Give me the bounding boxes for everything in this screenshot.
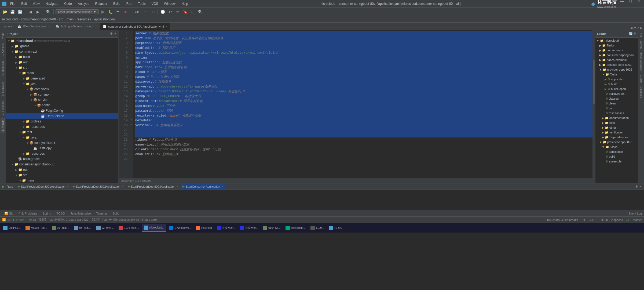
taskbar-01[interactable]: 01_脚本... [50, 224, 71, 232]
tab-ideptservice[interactable]: ☕ IDeptService.java ✕ [15, 23, 53, 30]
gradle-common-api[interactable]: ▶ 📁 common-api [595, 48, 638, 53]
gradle-build-task[interactable]: ▶ ⚙ build [595, 82, 638, 86]
v-sidebar-project[interactable]: 1: Project [1, 118, 5, 133]
menu-build[interactable]: Build [111, 1, 123, 6]
gradle-tasks-root[interactable]: ▶ 📁 Tasks [595, 43, 638, 48]
menu-analyze[interactable]: Analyze [76, 1, 92, 6]
taskbar-03[interactable]: 03_脚本... [72, 224, 94, 232]
run-panel-settings[interactable]: ⚙ [635, 185, 638, 189]
run-button[interactable]: ▶ [100, 9, 106, 15]
tab-applicationyml-close[interactable]: ✕ [165, 25, 167, 28]
gradle-verification[interactable]: ▶ 📁 verification [595, 130, 638, 135]
toolbar-layout-btn[interactable]: ⊞ [190, 9, 196, 15]
toolbar-open-btn[interactable]: 📂 [2, 9, 8, 15]
gradle-jar[interactable]: ⚙ jar [595, 106, 638, 111]
code-editor[interactable]: 123 456 789 101112 131415 161718 192021 … [119, 30, 595, 183]
r-icon-ant[interactable]: Ant [639, 31, 643, 38]
taskbar-0104[interactable]: 0104_脚本... [116, 224, 141, 232]
menu-view[interactable]: View [31, 1, 42, 6]
tree-src-1[interactable]: ▼ 📁 src [6, 65, 118, 70]
taskbar-techsmith[interactable]: TechSmith... [283, 224, 308, 232]
r-icon-gradle[interactable]: Gradle [639, 73, 643, 84]
footer-tab-build[interactable]: Build [111, 211, 121, 216]
gradle-refresh-btn[interactable]: 🔄 [629, 32, 633, 35]
gradle-provider-8002[interactable]: ▼ 📁 provider-dept-8002 [595, 67, 638, 72]
footer-tab-java-enterprise[interactable]: Java Enterprise [68, 211, 93, 216]
toolbar-forward-btn[interactable]: ▶ [35, 9, 41, 15]
taskbar-0104sp[interactable]: 0104 Sp... [261, 224, 283, 232]
gradle-nacos-example[interactable]: ▶ 📁 nacos-example [595, 57, 638, 62]
gradle-buildneede[interactable]: ⚙ buildNeede... [595, 91, 638, 96]
tree-java-1[interactable]: ▼ 📁 java [6, 81, 118, 86]
r-icon-bean[interactable]: Bean Validation [639, 51, 643, 73]
taskbar-xinxi[interactable]: 张 xin... [327, 224, 346, 232]
run-tab-8002[interactable]: ▶ StartProviderDept8002Application ✕ [71, 184, 126, 189]
tree-resources-test[interactable]: ▶ 📁 resources [6, 151, 118, 156]
run-tab-8001[interactable]: ▶ StartProviderDept8001Application ✕ [16, 184, 71, 189]
maximize-button[interactable]: □ [628, 0, 633, 8]
status-encoding[interactable]: UTF-8 [599, 218, 608, 222]
menu-edit[interactable]: Edit [19, 1, 29, 6]
tab-onjava[interactable]: on.java [0, 23, 15, 30]
tree-src-2[interactable]: ▼ 📁 src [6, 172, 118, 178]
breadcrumb-resources[interactable]: resources [77, 17, 91, 21]
taskbar-intellij[interactable]: microcloud... [142, 224, 167, 232]
code-area[interactable]: server: # 服务端配置 port: 80 # 这个接口可以随意，反正最终… [133, 30, 592, 178]
tree-resources-1[interactable]: ▶ 📁 resources [6, 124, 118, 129]
tree-main-2[interactable]: ▼ 📁 main [6, 178, 118, 183]
tree-com-yootk-test[interactable]: ▼ 📦 com.yootk.test [6, 140, 118, 146]
tree-testcopy[interactable]: ☕ TestCopy [6, 146, 118, 151]
r-icon-maven[interactable]: Maven [639, 39, 643, 50]
gradle-build-8003[interactable]: ⚙ build [595, 154, 638, 159]
tree-ideptservice[interactable]: ☕ IDeptService [6, 113, 118, 119]
gradle-tasks-8002[interactable]: ▼ 📁 Tasks [595, 72, 638, 77]
r-icon-database[interactable]: Database [639, 85, 643, 100]
gradle-settings-btn[interactable]: ⚙ [634, 32, 636, 35]
tree-build-1[interactable]: ▶ 📁 build [6, 54, 118, 60]
toolbar-bookmark-btn[interactable]: 🔖 [182, 9, 189, 15]
toolbar-redo-btn[interactable]: ✏ [175, 9, 181, 15]
status-branch-name[interactable]: master [633, 218, 642, 222]
run-panel-close[interactable]: ✕ [639, 185, 642, 189]
footer-tab-git[interactable]: 🔀 Git [2, 211, 15, 216]
menu-refactor[interactable]: Refactor [93, 1, 109, 6]
stop-button[interactable]: ■ [122, 9, 129, 15]
gradle-application[interactable]: ▶ ⚙ application [595, 77, 638, 82]
tree-microcloud[interactable]: ▼ 📁 microcloud H:\workspace\idea\microcl… [6, 38, 118, 44]
breadcrumb-main[interactable]: main [67, 17, 74, 21]
status-line-sep[interactable]: CRLF [588, 218, 596, 222]
footer-tab-todo[interactable]: TODO [54, 211, 67, 216]
toolbar-clock-btn[interactable]: 🕐 [160, 9, 166, 15]
coverage-button[interactable]: ☂ [115, 9, 121, 15]
gradle-microcloud[interactable]: ▼ 📁 microcloud [595, 38, 638, 43]
footer-tab-problems[interactable]: ⚠ 6: Problems [16, 211, 39, 216]
gradle-classes[interactable]: ⚙ classes [595, 96, 638, 101]
toolbar-search-btn[interactable]: 🔍 [45, 9, 52, 15]
menu-code[interactable]: Code [62, 1, 74, 6]
tab-ideptservice-close[interactable]: ✕ [48, 25, 50, 28]
tab-buildgradle-close[interactable]: ✕ [95, 25, 97, 28]
v-sidebar-pull-requests[interactable]: Pull Requests [1, 59, 5, 79]
status-git[interactable]: 🔀 Git [2, 218, 10, 222]
toolbar-find-btn[interactable]: 🔍 [197, 9, 204, 15]
taskbar-02[interactable]: 02_脚本... [94, 224, 116, 232]
footer-tab-terminal[interactable]: Terminal [94, 211, 110, 216]
taskbar-baidu2[interactable]: 百度网盘... [238, 224, 260, 232]
project-panel-settings[interactable]: ⚙ [110, 32, 113, 35]
menu-navigate[interactable]: Navigate [43, 1, 60, 6]
gradle-provider-8003[interactable]: ▼ 📁 provider-dept-8003 [595, 140, 638, 144]
gradle-consumer-springboot[interactable]: ▶ 📁 consumer-springboo [595, 53, 638, 57]
menu-help[interactable]: Help [179, 1, 190, 6]
gradle-builddepen[interactable]: ▶ ⚙ buildDepen... [595, 86, 638, 91]
tree-common-api[interactable]: ▼ 📁 common-api [6, 49, 118, 54]
project-panel-dropdown[interactable]: ▼ [114, 32, 117, 35]
menu-run[interactable]: Run [124, 1, 134, 6]
tree-test-1[interactable]: ▼ 📁 test [6, 129, 118, 135]
tree-consumer-springboot[interactable]: ▼ 📁 consumer-springboot-80 [6, 162, 118, 167]
tree-config[interactable]: ▼ 📦 config [6, 103, 118, 108]
taskbar-editplus[interactable]: EditPlus... [1, 224, 23, 232]
taskbar-windows[interactable]: C:\Windows... [167, 224, 193, 232]
breadcrumb-microcloud[interactable]: microcloud [2, 17, 18, 21]
v-sidebar-web[interactable]: Web [1, 31, 5, 41]
toolbar-refresh-btn[interactable]: 🔄 [17, 9, 23, 15]
